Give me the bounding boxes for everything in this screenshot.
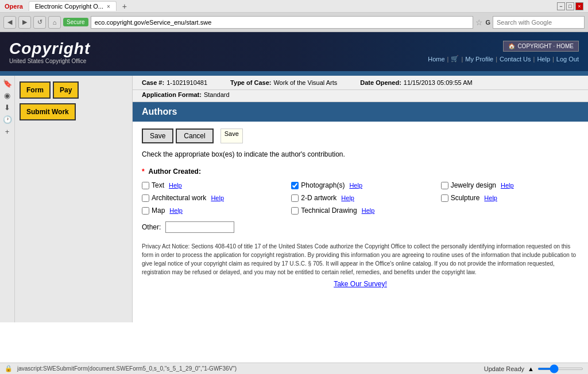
- text-help-link[interactable]: Help: [169, 182, 182, 189]
- checkbox-technical-label: Technical Drawing: [301, 207, 357, 215]
- minimize-btn[interactable]: −: [557, 2, 565, 10]
- add-icon[interactable]: +: [2, 127, 12, 136]
- cancel-button[interactable]: Cancel: [176, 128, 213, 143]
- forward-btn[interactable]: ▶: [18, 16, 31, 29]
- other-label: Other:: [142, 223, 161, 231]
- padlock-icon: 🔒: [5, 365, 13, 372]
- checkbox-2d-label: 2-D artwork: [301, 194, 336, 202]
- action-buttons: Save Cancel Save: [142, 128, 579, 143]
- search-input[interactable]: [493, 16, 585, 29]
- nav-contact[interactable]: Contact Us: [500, 56, 531, 63]
- maximize-btn[interactable]: □: [566, 2, 574, 10]
- checkbox-photographs-label: Photograph(s): [301, 181, 345, 189]
- date-opened-info: Date Opened: 11/15/2013 05:09:55 AM: [360, 79, 472, 86]
- close-btn[interactable]: ×: [575, 2, 583, 10]
- technical-help-link[interactable]: Help: [362, 207, 375, 214]
- nav-logout[interactable]: Log Out: [556, 56, 579, 63]
- checkbox-architectural-label: Architectural work: [152, 194, 206, 202]
- checkbox-text-label: Text: [152, 181, 164, 189]
- checkbox-architectural: Architectural work Help: [142, 194, 280, 202]
- step-buttons: Form Pay: [20, 81, 127, 99]
- checkbox-photographs-input[interactable]: [291, 182, 299, 189]
- sidebar: Form Pay Submit Work: [15, 76, 133, 322]
- main-content: Case #: 1-1021910481 Type of Case: Work …: [133, 76, 588, 322]
- architectural-help-link[interactable]: Help: [211, 194, 224, 201]
- header-right: 🏠 COPYRIGHT · HOME Home | 🛒 | My Profile…: [428, 41, 579, 63]
- case-number-value: 1-1021910481: [167, 79, 207, 86]
- checkbox-technical-input[interactable]: [291, 207, 299, 215]
- checkbox-text: Text Help: [142, 181, 280, 189]
- left-icon-strip: 🔖 ◉ ⬇ 🕐 +: [0, 76, 15, 322]
- required-star: *: [142, 167, 145, 176]
- google-g-icon: G: [485, 19, 490, 26]
- status-left: 🔒 javascript:SWESubmitForm(document.SWEF…: [5, 365, 237, 372]
- privacy-notice: Privacy Act Notice: Sections 408-410 of …: [142, 242, 579, 276]
- bookmark-btn[interactable]: ☆: [475, 18, 483, 27]
- copyright-home-btn[interactable]: 🏠 COPYRIGHT · HOME: [503, 41, 579, 52]
- status-arrow: ▲: [528, 365, 534, 372]
- checkbox-map: Map Help: [142, 207, 280, 215]
- save-tooltip: Save: [220, 128, 243, 143]
- date-opened-value: 11/15/2013 05:09:55 AM: [404, 79, 473, 86]
- photographs-help-link[interactable]: Help: [349, 182, 362, 189]
- checkbox-architectural-input[interactable]: [142, 194, 149, 202]
- main-layout: 🔖 ◉ ⬇ 🕐 + Form Pay Submit Work Case #: 1…: [0, 76, 588, 322]
- new-tab-btn[interactable]: +: [120, 2, 129, 11]
- pay-step-btn[interactable]: Pay: [53, 81, 79, 99]
- app-format-value: Standard: [204, 91, 230, 98]
- back-btn[interactable]: ◀: [3, 16, 16, 29]
- checkbox-map-label: Map: [152, 207, 165, 215]
- site-subtitle: United States Copyright Office: [9, 58, 90, 64]
- nav-myprofile[interactable]: My Profile: [465, 56, 493, 63]
- active-tab[interactable]: Electronic Copyright O... ×: [29, 1, 117, 11]
- 2d-help-link[interactable]: Help: [341, 194, 354, 201]
- history-icon[interactable]: ◉: [2, 91, 12, 100]
- app-format-label: Application Format:: [142, 91, 202, 98]
- save-button[interactable]: Save: [142, 128, 173, 143]
- checkbox-map-input[interactable]: [142, 207, 149, 215]
- home-btn[interactable]: ⌂: [48, 16, 61, 29]
- home-icon: 🏠: [508, 43, 515, 49]
- type-of-case-info: Type of Case: Work of the Visual Arts: [230, 79, 337, 86]
- download-icon[interactable]: ⬇: [2, 103, 12, 112]
- jewelry-help-link[interactable]: Help: [501, 182, 514, 189]
- checkbox-text-input[interactable]: [142, 182, 149, 189]
- tab-title: Electronic Copyright O...: [35, 3, 103, 10]
- other-input[interactable]: [165, 221, 234, 233]
- case-info-bar: Case #: 1-1021910481 Type of Case: Work …: [133, 76, 588, 90]
- tab-close-btn[interactable]: ×: [107, 3, 110, 10]
- form-step-btn[interactable]: Form: [20, 81, 51, 99]
- browser-toolbar: ◀ ▶ ↺ ⌂ Secure ☆ G: [0, 13, 588, 32]
- status-right: Update Ready ▲: [484, 365, 583, 372]
- map-help-link[interactable]: Help: [169, 207, 183, 214]
- sculpture-help-link[interactable]: Help: [484, 194, 497, 201]
- secure-badge: Secure: [63, 18, 88, 26]
- checkbox-2d-input[interactable]: [291, 194, 299, 202]
- address-input[interactable]: [91, 16, 474, 29]
- checkbox-sculpture-label: Sculpture: [451, 194, 480, 202]
- survey-link[interactable]: Take Our Survey!: [142, 280, 579, 288]
- refresh-btn[interactable]: ↺: [33, 16, 46, 29]
- nav-home[interactable]: Home: [428, 56, 444, 63]
- author-created-section: * Author Created:: [142, 167, 579, 176]
- sidebar-steps: Form Pay Submit Work: [20, 81, 127, 120]
- nav-help[interactable]: Help: [537, 56, 550, 63]
- instruction-text: Check the appropriate box(es) to indicat…: [142, 150, 579, 158]
- zoom-control: [537, 368, 583, 370]
- clock-icon[interactable]: 🕐: [2, 115, 12, 124]
- bookmark-side-icon[interactable]: 🔖: [2, 79, 12, 88]
- checkbox-jewelry: Jewelry design Help: [441, 181, 579, 189]
- type-of-case-value: Work of the Visual Arts: [273, 79, 337, 86]
- authors-title: Authors: [142, 107, 177, 116]
- app-format-info: Application Format: Standard: [142, 91, 230, 98]
- status-bar: 🔒 javascript:SWESubmitForm(document.SWEF…: [0, 363, 588, 374]
- nav-cart[interactable]: 🛒: [451, 55, 459, 63]
- window-controls: − □ ×: [557, 2, 583, 10]
- authors-body: Save Cancel Save Check the appropriate b…: [133, 122, 588, 295]
- submit-work-step-btn[interactable]: Submit Work: [20, 103, 76, 120]
- checkbox-sculpture-input[interactable]: [441, 194, 448, 202]
- privacy-text: Privacy Act Notice: Sections 408-410 of …: [142, 243, 576, 275]
- checkbox-jewelry-input[interactable]: [441, 182, 448, 189]
- checkbox-sculpture: Sculpture Help: [441, 194, 579, 202]
- zoom-slider[interactable]: [537, 368, 583, 370]
